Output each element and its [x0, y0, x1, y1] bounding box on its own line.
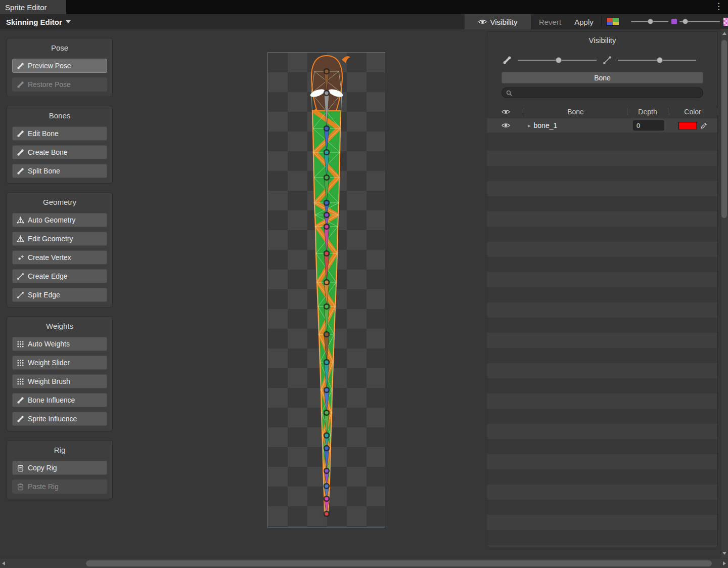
vertical-scroll-thumb[interactable] — [721, 40, 727, 218]
visibility-column-eye-icon — [502, 109, 510, 115]
create-bone-button[interactable]: Create Bone — [12, 145, 107, 159]
edit-bone-icon — [17, 130, 24, 138]
kebab-menu-icon[interactable]: ⋮ — [714, 1, 723, 12]
visibility-toggle-button[interactable]: Visibility — [465, 14, 531, 29]
bone-row[interactable]: ▸ bone_1 — [487, 118, 717, 133]
preview-pose-button[interactable]: Preview Pose — [12, 59, 107, 73]
revert-button[interactable]: Revert — [534, 14, 566, 29]
create-vertex-button[interactable]: Create Vertex — [12, 250, 107, 265]
tool-panel: Pose Preview Pose Restore Pose Bones Edi… — [7, 38, 113, 508]
bone-color-swatch[interactable] — [678, 122, 697, 129]
color-grid-icon[interactable] — [606, 18, 619, 26]
bone-influence-button[interactable]: Bone Influence — [12, 393, 107, 407]
geometry-group: Geometry Auto Geometry Edit Geometry Cre… — [7, 192, 113, 308]
titlebar: Sprite Editor ⋮ — [0, 0, 728, 14]
texture-swatch-icon[interactable] — [723, 18, 728, 26]
create-edge-icon — [17, 273, 24, 280]
rig-group: Rig Copy Rig Paste Rig — [7, 440, 113, 499]
weight-slider-button[interactable]: Weight Slider — [12, 356, 107, 370]
paste-rig-icon — [17, 483, 24, 491]
scroll-up-arrow[interactable] — [722, 32, 726, 35]
visibility-panel: Visibility Bone Bone Depth Color — [487, 31, 718, 547]
snake-sprout — [342, 56, 350, 63]
preview-pose-icon — [17, 62, 24, 70]
weights-group: Weights Auto Weights Weight Slider Weigh… — [7, 316, 113, 431]
chevron-down-icon — [66, 20, 71, 23]
vertical-scrollbar[interactable] — [720, 29, 728, 558]
sprite-influence-button[interactable]: Sprite Influence — [12, 412, 107, 426]
skinning-editor-dropdown[interactable]: Skinning Editor — [1, 15, 76, 28]
bone-search-box[interactable] — [502, 88, 703, 98]
color-column-header: Color — [668, 108, 717, 116]
bone-tab-button[interactable]: Bone — [502, 72, 703, 83]
paste-rig-button[interactable]: Paste Rig — [12, 479, 107, 494]
visibility-button-label: Visibility — [490, 18, 518, 26]
rig-group-title: Rig — [12, 446, 107, 454]
eyedropper-icon[interactable] — [700, 122, 708, 129]
pose-group: Pose Preview Pose Restore Pose — [7, 38, 113, 97]
copy-rig-icon — [17, 464, 24, 472]
split-edge-icon — [17, 291, 24, 299]
sprite-editor-tab[interactable]: Sprite Editor — [0, 0, 66, 14]
sprite-editor-tab-label: Sprite Editor — [5, 3, 47, 12]
search-icon — [506, 90, 512, 96]
opacity-sliders — [487, 56, 717, 65]
empty-rows — [487, 151, 717, 547]
bone-column-header: Bone — [524, 108, 627, 116]
create-edge-button[interactable]: Create Edge — [12, 269, 107, 283]
horizontal-scrollbar[interactable] — [0, 558, 728, 568]
weight-brush-icon — [17, 378, 24, 385]
snake-sprite — [268, 53, 386, 528]
edit-geometry-button[interactable]: Edit Geometry — [12, 232, 107, 246]
mode-dropdown-label: Skinning Editor — [6, 18, 62, 26]
bone-opacity-icon — [503, 56, 512, 65]
split-bone-button[interactable]: Split Bone — [12, 164, 107, 178]
pose-group-title: Pose — [12, 43, 107, 52]
weight-brush-button[interactable]: Weight Brush — [12, 374, 107, 388]
bones-group: Bones Edit Bone Create Bone Split Bone — [7, 106, 113, 184]
bone-table-header: Bone Depth Color — [487, 106, 717, 117]
edit-geometry-icon — [17, 235, 24, 243]
scroll-left-arrow[interactable] — [2, 561, 5, 565]
create-bone-icon — [17, 149, 24, 156]
bone-opacity-slider[interactable] — [518, 57, 597, 63]
restore-pose-icon — [17, 81, 24, 89]
split-bone-icon — [17, 167, 24, 175]
bones-group-title: Bones — [12, 111, 107, 120]
scroll-down-arrow[interactable] — [722, 552, 726, 555]
sprite-influence-icon — [17, 415, 24, 423]
apply-button[interactable]: Apply — [569, 14, 599, 29]
mesh-opacity-icon — [603, 56, 612, 65]
bone-search-input[interactable] — [515, 89, 699, 97]
expander-icon[interactable]: ▸ — [528, 122, 531, 129]
vertex-color-icon[interactable] — [671, 19, 677, 24]
geometry-group-title: Geometry — [12, 198, 107, 206]
auto-weights-button[interactable]: Auto Weights — [12, 337, 107, 351]
bone-influence-icon — [17, 397, 24, 404]
toolbar: Skinning Editor Visibility Revert Apply — [0, 14, 728, 29]
edit-bone-button[interactable]: Edit Bone — [12, 126, 107, 141]
mesh-opacity-toolbar-slider[interactable] — [679, 21, 720, 23]
split-edge-button[interactable]: Split Edge — [12, 288, 107, 302]
weight-slider-icon — [17, 359, 24, 367]
copy-rig-button[interactable]: Copy Rig — [12, 461, 107, 475]
visibility-panel-title: Visibility — [487, 32, 717, 45]
toolbar-separator — [601, 16, 602, 27]
horizontal-scroll-thumb[interactable] — [86, 560, 712, 566]
bone-visibility-eye-icon[interactable] — [502, 122, 510, 128]
auto-geometry-button[interactable]: Auto Geometry — [12, 213, 107, 227]
auto-geometry-icon — [17, 216, 24, 224]
restore-pose-button[interactable]: Restore Pose — [12, 77, 107, 92]
depth-input[interactable] — [633, 120, 664, 130]
eye-icon — [478, 19, 487, 25]
weights-group-title: Weights — [12, 322, 107, 330]
scroll-right-arrow[interactable] — [723, 561, 726, 565]
mesh-opacity-slider[interactable] — [618, 57, 697, 63]
depth-column-header: Depth — [627, 108, 668, 116]
sprite-canvas[interactable] — [267, 52, 385, 528]
auto-weights-icon — [17, 340, 24, 348]
bone-name: bone_1 — [534, 121, 558, 129]
bone-opacity-toolbar-slider[interactable] — [631, 21, 668, 23]
create-vertex-icon — [17, 254, 24, 261]
